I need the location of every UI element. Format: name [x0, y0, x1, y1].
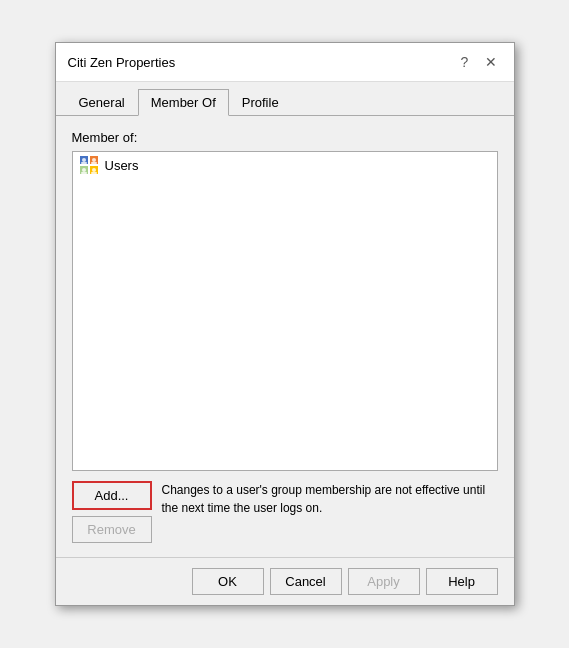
ok-button[interactable]: OK	[192, 568, 264, 595]
svg-point-10	[92, 168, 96, 172]
help-footer-button[interactable]: Help	[426, 568, 498, 595]
tab-content: Member of:	[56, 116, 514, 557]
action-buttons-group: Add... Remove	[72, 481, 152, 543]
title-bar-controls: ? ✕	[454, 51, 502, 73]
close-button[interactable]: ✕	[480, 51, 502, 73]
apply-button[interactable]: Apply	[348, 568, 420, 595]
remove-button[interactable]: Remove	[72, 516, 152, 543]
svg-rect-11	[91, 172, 97, 174]
list-item-label: Users	[105, 158, 139, 173]
add-button[interactable]: Add...	[72, 481, 152, 510]
tab-member-of[interactable]: Member Of	[138, 89, 229, 116]
properties-dialog: Citi Zen Properties ? ✕ General Member O…	[55, 42, 515, 606]
help-button[interactable]: ?	[454, 51, 476, 73]
svg-rect-7	[91, 162, 97, 164]
tab-bar: General Member Of Profile	[56, 82, 514, 116]
member-of-label: Member of:	[72, 130, 498, 145]
footer-buttons: OK Cancel Apply Help	[56, 557, 514, 605]
title-bar: Citi Zen Properties ? ✕	[56, 43, 514, 82]
list-item[interactable]: Users	[73, 152, 497, 178]
member-of-listbox[interactable]: Users	[72, 151, 498, 471]
svg-point-4	[82, 158, 86, 162]
tab-profile[interactable]: Profile	[229, 89, 292, 116]
svg-rect-5	[81, 162, 87, 164]
svg-point-6	[92, 158, 96, 162]
users-group-icon	[79, 155, 99, 175]
action-row: Add... Remove Changes to a user's group …	[72, 481, 498, 543]
info-text: Changes to a user's group membership are…	[162, 481, 498, 517]
svg-rect-9	[81, 172, 87, 174]
cancel-button[interactable]: Cancel	[270, 568, 342, 595]
dialog-title: Citi Zen Properties	[68, 55, 176, 70]
svg-point-8	[82, 168, 86, 172]
tab-general[interactable]: General	[66, 89, 138, 116]
